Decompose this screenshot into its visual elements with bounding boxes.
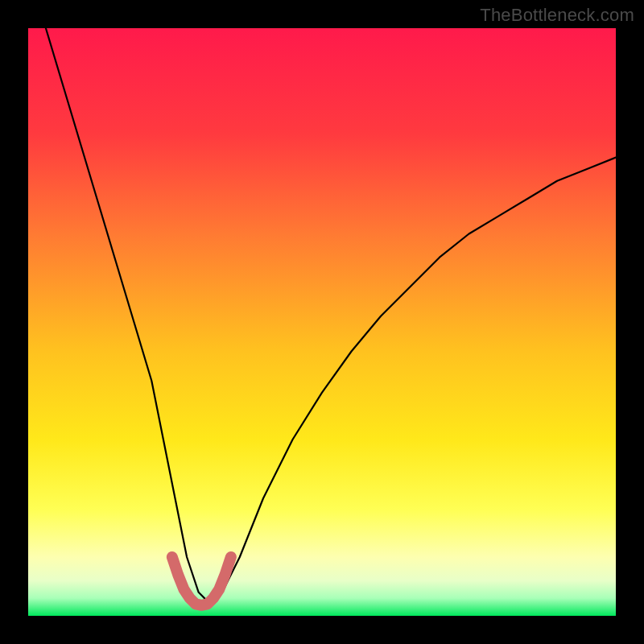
gradient-background xyxy=(28,28,616,616)
plot-area xyxy=(28,28,616,616)
watermark-text: TheBottleneck.com xyxy=(480,5,634,26)
chart-svg xyxy=(28,28,616,616)
chart-frame: TheBottleneck.com xyxy=(0,0,644,644)
